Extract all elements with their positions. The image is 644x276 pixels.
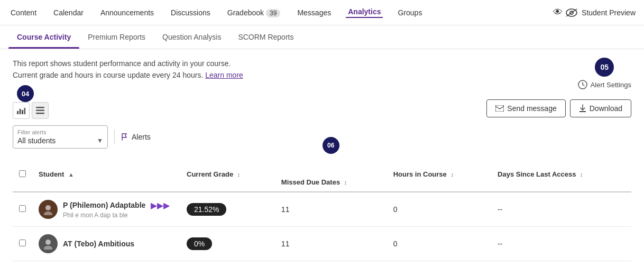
step-badge-06: 06 xyxy=(323,137,339,154)
svg-rect-4 xyxy=(17,111,19,114)
row-checkbox-cell xyxy=(13,192,32,227)
list-icon xyxy=(36,107,44,114)
step-badge-05: 05 xyxy=(595,58,614,77)
filter-divider xyxy=(114,130,115,144)
grade-badge: 21.52% xyxy=(187,203,226,216)
student-preview-icon: 👁‍ xyxy=(553,7,563,18)
download-label: Download xyxy=(590,104,622,113)
grade-cell: 21.52% xyxy=(180,192,275,227)
nav-calendar[interactable]: Calendar xyxy=(51,8,86,17)
header-checkbox-cell xyxy=(13,157,32,192)
student-name: P (Philemon) Adaptable xyxy=(63,201,145,209)
nav-messages[interactable]: Messages xyxy=(295,8,333,17)
header-missed[interactable]: 06 Missed Due Dates ↕ xyxy=(275,157,387,192)
row-checkbox[interactable] xyxy=(19,205,26,212)
info-row: This report shows student performance an… xyxy=(13,58,631,89)
nav-groups[interactable]: Groups xyxy=(395,8,424,17)
svg-point-15 xyxy=(44,246,52,250)
filter-value: All students xyxy=(17,136,56,145)
header-student[interactable]: Student ▲ xyxy=(32,157,180,192)
table-row: P (Philemon) Adaptable ▶▶▶ Phil e mon A … xyxy=(13,192,631,227)
filter-select-dropdown[interactable]: All students ▼ xyxy=(17,136,103,145)
avatar-icon xyxy=(42,238,54,250)
student-cell-inner: AT (Tebo) Ambitious xyxy=(39,234,174,253)
filter-label: Filter alerts xyxy=(17,129,103,135)
days-cell: -- xyxy=(491,227,631,261)
student-phonetic: Phil e mon A dap ta ble xyxy=(63,211,170,219)
avatar xyxy=(39,234,58,253)
avatar xyxy=(39,200,58,219)
student-info: AT (Tebo) Ambitious xyxy=(63,240,134,248)
row-checkbox-cell xyxy=(13,227,32,261)
header-missed-label: Missed Due Dates xyxy=(281,178,340,186)
student-cell: P (Philemon) Adaptable ▶▶▶ Phil e mon A … xyxy=(32,192,180,227)
header-days[interactable]: Days Since Last Access ↕ xyxy=(491,157,631,192)
svg-point-14 xyxy=(45,240,51,245)
filter-select-wrap[interactable]: Filter alerts All students ▼ xyxy=(13,125,108,149)
svg-point-13 xyxy=(44,211,52,215)
tab-premium-reports[interactable]: Premium Reports xyxy=(79,25,154,49)
header-days-label-wrap: Days Since Last Access ↕ xyxy=(498,170,625,178)
svg-rect-5 xyxy=(20,109,21,114)
alerts-label-text: Alerts xyxy=(132,133,151,141)
header-hours[interactable]: Hours in Course ↕ xyxy=(387,157,491,192)
list-view-button[interactable] xyxy=(32,102,49,119)
student-cell-inner: P (Philemon) Adaptable ▶▶▶ Phil e mon A … xyxy=(39,200,174,219)
grade-cell: 0% xyxy=(180,227,275,261)
missed-cell: 11 xyxy=(275,192,387,227)
grade-badge: 0% xyxy=(187,237,212,250)
header-grade-label: Current Grade xyxy=(187,170,233,178)
nav-discussions[interactable]: Discussions xyxy=(169,8,213,17)
step-badge-04: 04 xyxy=(17,85,34,102)
alert-settings-button[interactable]: Alert Settings xyxy=(578,80,631,89)
header-days-label: Days Since Last Access xyxy=(498,170,576,178)
header-grade[interactable]: Current Grade ↕ xyxy=(180,157,275,192)
header-student-label: Student xyxy=(39,170,64,178)
student-name: AT (Tebo) Ambitious xyxy=(63,240,134,248)
tab-scorm-reports[interactable]: SCORM Reports xyxy=(229,25,302,49)
table-header-row: Student ▲ Current Grade ↕ 06 Missed Due … xyxy=(13,157,631,192)
student-cell: AT (Tebo) Ambitious xyxy=(32,227,180,261)
svg-rect-10 xyxy=(36,113,44,114)
days-cell: -- xyxy=(491,192,631,227)
download-button[interactable]: Download xyxy=(570,99,631,117)
student-preview-label: Student Preview xyxy=(582,8,636,17)
tab-course-activity[interactable]: Course Activity xyxy=(8,25,79,49)
svg-point-12 xyxy=(45,205,51,210)
filter-chevron-icon: ▼ xyxy=(97,137,103,144)
nav-analytics[interactable]: Analytics xyxy=(346,7,383,18)
bar-chart-icon xyxy=(17,107,25,114)
hours-cell: 0 xyxy=(387,227,491,261)
main-content: This report shows student performance an… xyxy=(0,49,644,270)
info-line2: Current grade and hours in course update… xyxy=(13,71,203,79)
student-sort-icon: ▲ xyxy=(68,171,74,178)
info-line1: This report shows student performance an… xyxy=(13,59,231,68)
table-row: AT (Tebo) Ambitious 0%110-- xyxy=(13,227,631,261)
tab-question-analysis[interactable]: Question Analysis xyxy=(154,25,229,49)
learn-more-link[interactable]: Learn more xyxy=(205,71,243,79)
audio-icon[interactable]: ▶▶▶ xyxy=(151,200,170,210)
chart-view-button[interactable] xyxy=(13,102,30,119)
select-all-checkbox[interactable] xyxy=(19,170,26,177)
alerts-filter-button[interactable]: Alerts xyxy=(121,133,151,141)
student-name-wrap: AT (Tebo) Ambitious xyxy=(63,240,134,248)
send-message-button[interactable]: Send message xyxy=(486,99,565,117)
top-navigation: Content Calendar Announcements Discussio… xyxy=(0,0,644,25)
toolbar-right: Send message Download xyxy=(486,99,631,117)
hours-cell: 0 xyxy=(387,192,491,227)
nav-content[interactable]: Content xyxy=(8,8,39,17)
student-preview-button[interactable]: 👁‍ Student Preview xyxy=(553,7,636,18)
flag-icon xyxy=(121,133,128,141)
preview-eye-icon xyxy=(566,8,577,17)
missed-sort-icon: ↕ xyxy=(344,179,347,186)
nav-gradebook[interactable]: Gradebook39 xyxy=(225,8,283,17)
student-name-wrap: P (Philemon) Adaptable ▶▶▶ xyxy=(63,200,170,210)
alert-settings-icon xyxy=(578,80,587,89)
svg-rect-11 xyxy=(495,105,504,112)
nav-announcements[interactable]: Announcements xyxy=(98,8,156,17)
svg-rect-7 xyxy=(24,108,26,114)
info-text: This report shows student performance an… xyxy=(13,58,243,81)
row-checkbox[interactable] xyxy=(19,240,26,246)
svg-rect-9 xyxy=(36,110,44,112)
nav-items: Content Calendar Announcements Discussio… xyxy=(8,7,424,18)
